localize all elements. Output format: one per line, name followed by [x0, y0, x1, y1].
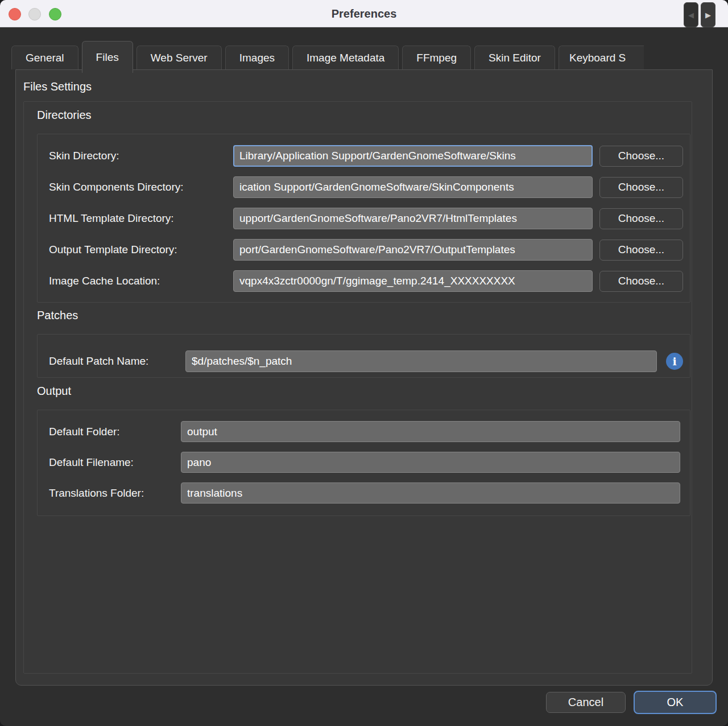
- default-folder-input[interactable]: [181, 421, 680, 442]
- default-patch-name-input[interactable]: [185, 350, 657, 372]
- output-template-directory-row: Output Template Directory: Choose...: [44, 239, 683, 261]
- tab-files[interactable]: Files: [82, 41, 133, 73]
- titlebar: Preferences: [0, 0, 728, 27]
- tab-bar: General Files Web Server Images Image Me…: [11, 41, 717, 73]
- skin-components-choose-button[interactable]: Choose...: [599, 177, 683, 198]
- tab-image-metadata[interactable]: Image Metadata: [292, 46, 399, 69]
- translations-folder-row: Translations Folder:: [49, 482, 680, 504]
- default-patch-name-label: Default Patch Name:: [49, 355, 185, 368]
- output-section-title: Output: [37, 385, 71, 398]
- tab-images[interactable]: Images: [225, 46, 289, 69]
- directories-frame: Skin Directory: Choose... Skin Component…: [37, 134, 690, 303]
- html-template-choose-button[interactable]: Choose...: [599, 208, 683, 229]
- files-tab-page: Files Settings Directories Skin Director…: [15, 69, 713, 686]
- tab-ffmpeg[interactable]: FFmpeg: [402, 46, 471, 69]
- html-template-directory-row: HTML Template Directory: Choose...: [44, 208, 683, 229]
- default-filename-input[interactable]: [181, 452, 680, 473]
- tab-general[interactable]: General: [11, 46, 78, 69]
- image-cache-choose-button[interactable]: Choose...: [599, 271, 683, 292]
- tab-keyboard-shortcuts[interactable]: Keyboard S: [559, 46, 644, 69]
- default-filename-label: Default Filename:: [49, 456, 181, 469]
- translations-folder-input[interactable]: [181, 482, 680, 504]
- default-folder-row: Default Folder:: [49, 421, 680, 442]
- window-title: Preferences: [0, 0, 728, 27]
- skin-components-directory-row: Skin Components Directory: Choose...: [44, 176, 683, 198]
- translations-folder-label: Translations Folder:: [49, 487, 181, 500]
- html-template-directory-input[interactable]: [233, 208, 593, 229]
- page-title: Files Settings: [23, 80, 92, 93]
- image-cache-location-input[interactable]: [233, 270, 593, 292]
- skin-directory-row: Skin Directory: Choose...: [44, 145, 683, 167]
- patches-frame: Default Patch Name: i: [37, 334, 690, 378]
- tab-scroll-right-button[interactable]: ▶: [701, 2, 715, 27]
- output-template-directory-label: Output Template Directory:: [44, 244, 226, 256]
- cancel-button[interactable]: Cancel: [546, 692, 626, 713]
- tab-web-server[interactable]: Web Server: [136, 46, 222, 69]
- output-frame: Default Folder: Default Filename: Transl…: [37, 410, 690, 516]
- skin-components-directory-input[interactable]: [233, 176, 593, 198]
- default-folder-label: Default Folder:: [49, 426, 181, 438]
- image-cache-location-row: Image Cache Location: Choose...: [44, 270, 683, 292]
- output-template-directory-input[interactable]: [233, 239, 593, 261]
- preferences-window: Preferences General Files Web Server Ima…: [0, 0, 728, 726]
- skin-directory-label: Skin Directory:: [44, 150, 226, 162]
- directories-section-title: Directories: [37, 109, 92, 122]
- default-filename-row: Default Filename:: [49, 452, 680, 473]
- skin-directory-input[interactable]: [233, 145, 593, 167]
- files-settings-group: Directories Skin Directory: Choose... Sk…: [23, 101, 692, 674]
- chevron-left-icon: ◀: [688, 11, 694, 19]
- info-icon[interactable]: i: [666, 353, 683, 370]
- patches-section-title: Patches: [37, 309, 78, 322]
- chevron-right-icon: ▶: [705, 11, 711, 19]
- tab-skin-editor[interactable]: Skin Editor: [474, 46, 555, 69]
- output-template-choose-button[interactable]: Choose...: [599, 240, 683, 261]
- image-cache-location-label: Image Cache Location:: [44, 275, 226, 287]
- skin-directory-choose-button[interactable]: Choose...: [599, 146, 683, 167]
- html-template-directory-label: HTML Template Directory:: [44, 212, 226, 225]
- ok-button[interactable]: OK: [634, 691, 717, 714]
- skin-components-directory-label: Skin Components Directory:: [44, 181, 226, 193]
- tab-scroll-left-button: ◀: [684, 2, 698, 27]
